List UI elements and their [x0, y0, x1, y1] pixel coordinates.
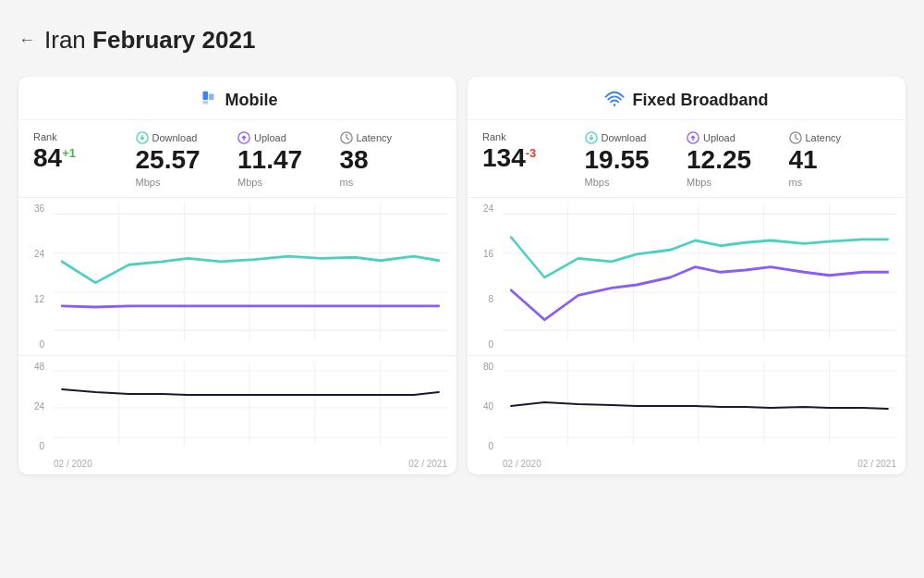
fixed-download: Download 19.55 Mbps [585, 131, 687, 188]
svg-rect-0 [202, 92, 208, 100]
mobile-bottom-y-axis: 48240 [18, 356, 44, 457]
mobile-top-svg [54, 203, 447, 351]
latency-icon [340, 131, 353, 144]
page-header: ← Iran February 2021 [18, 18, 906, 62]
wifi-icon [604, 90, 625, 110]
fixed-bottom-y-axis: 80400 [468, 356, 493, 457]
mobile-stats: Rank 84+1 Download 25.57 Mbps [18, 120, 456, 198]
mobile-rank: Rank 84+1 [33, 131, 136, 188]
upload-icon-fixed [687, 131, 699, 144]
fixed-top-svg [503, 203, 896, 351]
mobile-top-chart: 3624120 [18, 198, 456, 355]
fixed-top-chart: 241680 [468, 198, 906, 355]
fixed-rank-label: Rank [482, 131, 585, 142]
panels-container: Mobile Rank 84+1 Download 25. [18, 77, 906, 474]
mobile-bottom-chart: 48240 [18, 355, 456, 457]
mobile-upload-label: Upload [237, 131, 340, 144]
fixed-latency-label: Latency [789, 131, 892, 144]
latency-icon-fixed [789, 131, 802, 144]
download-icon [136, 131, 149, 144]
page-title: Iran February 2021 [44, 26, 255, 55]
fixed-top-y-axis: 241680 [468, 198, 493, 355]
svg-rect-2 [202, 101, 208, 105]
mobile-panel: Mobile Rank 84+1 Download 25. [18, 77, 456, 474]
svg-rect-1 [208, 94, 213, 100]
fixed-panel-header: Fixed Broadband [468, 77, 906, 120]
upload-icon [237, 131, 250, 144]
mobile-rank-label: Rank [33, 131, 136, 142]
mobile-icon [198, 90, 218, 110]
svg-point-23 [614, 104, 616, 106]
fixed-upload-label: Upload [687, 131, 789, 144]
fixed-stats: Rank 134-3 Download 19.55 Mbps [468, 120, 906, 198]
fixed-rank: Rank 134-3 [482, 131, 585, 188]
fixed-x-axis: 02 / 2020 02 / 2021 [468, 457, 906, 474]
download-icon-fixed [585, 131, 598, 144]
fixed-latency: Latency 41 ms [789, 131, 892, 188]
mobile-download-label: Download [136, 131, 238, 144]
back-button[interactable]: ← [18, 31, 35, 50]
mobile-latency: Latency 38 ms [340, 131, 443, 188]
mobile-panel-header: Mobile [18, 77, 456, 120]
mobile-upload: Upload 11.47 Mbps [237, 131, 340, 188]
mobile-top-y-axis: 3624120 [18, 198, 44, 355]
fixed-rank-value: 134-3 [482, 144, 585, 173]
mobile-download: Download 25.57 Mbps [136, 131, 238, 188]
mobile-rank-value: 84+1 [33, 144, 136, 173]
mobile-title: Mobile [225, 91, 278, 110]
fixed-bottom-chart: 80400 [468, 355, 906, 457]
fixed-title: Fixed Broadband [632, 91, 768, 110]
mobile-bottom-svg [54, 362, 447, 445]
fixed-panel: Fixed Broadband Rank 134-3 Download [468, 77, 906, 474]
mobile-x-axis: 02 / 2020 02 / 2021 [18, 457, 456, 474]
fixed-upload: Upload 12.25 Mbps [687, 131, 789, 188]
mobile-latency-label: Latency [340, 131, 443, 144]
fixed-bottom-svg [503, 362, 896, 445]
fixed-download-label: Download [585, 131, 687, 144]
